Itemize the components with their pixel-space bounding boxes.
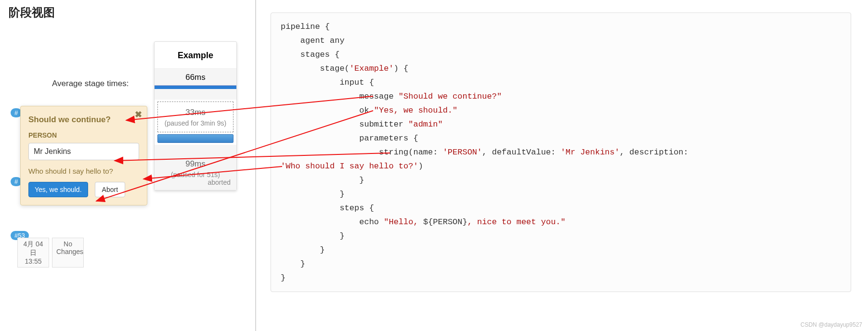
code-l15c: ${PERSON} bbox=[423, 217, 467, 227]
page-title: 阶段视图 bbox=[9, 5, 255, 20]
code-l2: agent any bbox=[281, 36, 345, 45]
popup-param-label: PERSON bbox=[28, 131, 139, 139]
code-l8a: submitter bbox=[281, 120, 408, 129]
code-l13: } bbox=[281, 190, 345, 199]
code-l10d: 'Mr Jenkins' bbox=[561, 148, 620, 157]
input-popup: ✖ Should we continue? PERSON Who should … bbox=[20, 106, 147, 205]
avg-stage-label: Average stage times: bbox=[52, 79, 129, 89]
vertical-divider bbox=[255, 0, 256, 331]
code-l10b: 'PERSON' bbox=[443, 148, 482, 157]
stage-run-2-time: 99ms bbox=[158, 159, 233, 169]
stage-run-progress bbox=[157, 134, 233, 143]
stage-run-1-paused: (paused for 3min 9s) bbox=[160, 119, 231, 127]
code-l6b: "Should we continue?" bbox=[399, 92, 502, 101]
code-l11b: ) bbox=[418, 162, 423, 171]
run-date-cell: 4月 04 日 13:55 bbox=[17, 238, 49, 267]
run-changes-line2: Changes bbox=[56, 248, 79, 255]
ok-button[interactable]: Yes, we should. bbox=[28, 182, 88, 197]
run-date-line1: 4月 04 bbox=[22, 240, 45, 249]
code-l9: parameters { bbox=[281, 134, 418, 143]
run-info-row: 4月 04 日 13:55 No Changes bbox=[17, 238, 84, 267]
stage-progress-bar bbox=[155, 85, 236, 89]
stage-run-2[interactable]: 99ms (paused for 51s) aborted bbox=[155, 154, 236, 190]
run-changes-cell[interactable]: No Changes bbox=[52, 238, 84, 267]
popup-description: Who should I say hello to? bbox=[28, 167, 139, 175]
code-l12: } bbox=[281, 176, 364, 185]
code-l15b: "Hello, bbox=[384, 217, 423, 227]
code-l15d: , nice to meet you." bbox=[467, 217, 566, 227]
abort-button[interactable]: Abort bbox=[95, 182, 125, 197]
code-l5: input { bbox=[281, 78, 374, 87]
code-l1: pipeline { bbox=[281, 22, 330, 31]
stage-spacer bbox=[155, 89, 236, 100]
watermark: CSDN @daydayup9527 bbox=[801, 321, 862, 328]
code-l6a: message bbox=[281, 92, 399, 101]
stage-column: Example 66ms 33ms (paused for 3min 9s) 9… bbox=[154, 41, 237, 191]
code-l4c: ) { bbox=[394, 64, 409, 73]
code-l3: stages { bbox=[281, 50, 339, 59]
stage-gap bbox=[155, 145, 236, 154]
code-l11a: 'Who should I say hello to?' bbox=[281, 162, 418, 171]
code-l4a: stage( bbox=[281, 64, 350, 73]
code-block: pipeline { agent any stages { stage('Exa… bbox=[271, 13, 851, 292]
code-l10e: , description: bbox=[620, 148, 693, 157]
code-l7a: ok bbox=[281, 106, 374, 115]
code-l10a: string(name: bbox=[281, 148, 443, 157]
run-time: 13:55 bbox=[22, 257, 45, 265]
code-l19: } bbox=[281, 273, 285, 282]
popup-title: Should we continue? bbox=[28, 115, 139, 125]
stage-header: Example bbox=[155, 42, 236, 69]
stage-run-2-status: aborted bbox=[158, 178, 233, 186]
code-l16: } bbox=[281, 231, 345, 241]
code-l10c: , defaultValue: bbox=[482, 148, 560, 157]
stage-run-2-paused: (paused for 51s) bbox=[158, 171, 233, 178]
code-l8b: "admin" bbox=[408, 120, 442, 129]
run-date-line2: 日 bbox=[22, 249, 45, 257]
stage-avg-time: 66ms bbox=[155, 69, 236, 85]
run-changes-line1: No bbox=[56, 240, 79, 248]
stage-run-1-time: 33ms bbox=[160, 108, 231, 117]
code-l4b: 'Example' bbox=[350, 64, 394, 73]
person-input[interactable] bbox=[28, 143, 139, 160]
close-icon[interactable]: ✖ bbox=[135, 109, 142, 120]
code-l18: } bbox=[281, 259, 305, 268]
code-l14: steps { bbox=[281, 204, 374, 213]
code-l7b: "Yes, we should." bbox=[374, 106, 457, 115]
stage-run-1[interactable]: 33ms (paused for 3min 9s) bbox=[157, 102, 233, 132]
code-l17: } bbox=[281, 245, 325, 255]
code-l15a: echo bbox=[281, 217, 384, 227]
